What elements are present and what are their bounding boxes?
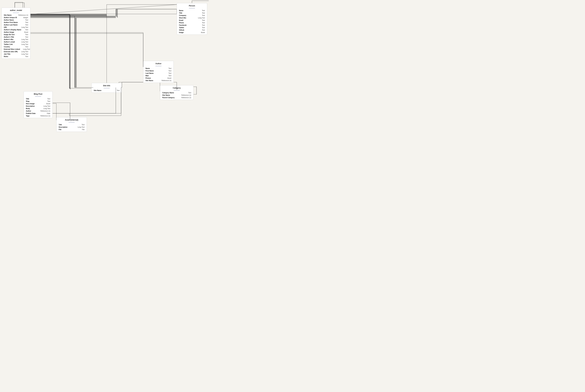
table-row: NameText (143, 67, 173, 70)
author-model-card: author_model Site NameReference (1) Auth… (2, 8, 31, 59)
category-divider (174, 90, 180, 90)
site-info-card: Site Info Site NameText (91, 83, 122, 93)
person-divider (189, 8, 195, 8)
table-row: Site NameReference (n) (143, 79, 173, 83)
author-card: Author NameText First NameText Last Name… (143, 61, 174, 83)
blog-post-divider (35, 96, 41, 97)
table-row: Twitter LinkLong Text (2, 43, 30, 46)
table-row: Author Last NameText (2, 24, 30, 26)
table-row: CompanyText (177, 14, 207, 16)
table-row: First NameText (143, 70, 173, 72)
table-row: Author First NameText (2, 21, 30, 24)
table-row: EmailText (177, 19, 207, 22)
table-row: Site NameReference (1) (2, 14, 30, 16)
author-model-divider (13, 13, 19, 13)
svg-line-0 (30, 4, 177, 14)
table-row: Author NameText (2, 19, 30, 21)
table-row: External Sites LinkedLong Text (2, 48, 30, 50)
table-row: Site NameReference (n) (160, 94, 193, 96)
table-row: Author ImageAsset (2, 31, 30, 33)
table-row: Author's Display NameText (2, 28, 30, 31)
table-row: Author's emailLong Text (2, 41, 30, 43)
author-model-title: author_model (2, 8, 30, 12)
blog-post-title: Blog Post (24, 92, 52, 96)
asset-internal-title: Asset (internal) (57, 117, 87, 122)
connections-overlay (0, 0, 585, 392)
table-row: AuthorReference (1) (24, 110, 52, 112)
table-row: DescriptionLong Text (24, 105, 52, 107)
table-row: Last NameText (143, 72, 173, 74)
table-row: NameText (177, 9, 207, 12)
table-row: GithubText (177, 29, 207, 31)
table-row: PictureAsset (143, 77, 173, 79)
table-row: TwitterText (177, 26, 207, 29)
table-row: TitleText (57, 124, 87, 126)
table-row: SlugText (24, 100, 52, 102)
person-card: Person NameText TitleText CompanyText Sh… (177, 3, 207, 35)
table-row: Short BioLong Text (177, 16, 207, 19)
asset-internal-divider (69, 122, 75, 122)
connectors-svg (0, 0, 585, 392)
table-row: ImageAsset (177, 31, 207, 34)
blog-post-card: Blog Post TitleText SlugText Hero ImageA… (24, 91, 53, 118)
table-row: Author Unique IDInteger (2, 16, 30, 19)
table-row: Author's TitleText (2, 36, 30, 38)
table-row: Hero ImageAsset (24, 102, 52, 105)
site-info-title: Site Info (92, 83, 122, 88)
table-row: Publish DateDate (24, 112, 52, 114)
table-row: CountryText (2, 46, 30, 48)
table-row: Author's BioLong Text (2, 38, 30, 41)
asset-internal-card: Asset (internal) TitleText DescriptionLo… (56, 117, 87, 132)
table-row: PhoneText (177, 22, 207, 24)
table-row: FileFile (57, 128, 87, 132)
table-row: TitleText (177, 12, 207, 14)
table-row: FacebookText (177, 24, 207, 26)
table-row: Site NameText (92, 89, 122, 92)
table-row: External sites URLLong Text (2, 50, 30, 53)
table-row: Parent CategoryReference (1) (160, 96, 193, 100)
table-row: MailText (143, 74, 173, 77)
table-row: BodyLong Text (24, 107, 52, 110)
table-row: RolesText (2, 55, 30, 58)
table-row: Category NameText (160, 92, 193, 94)
table-row: DescriptionLong Text (57, 126, 87, 128)
table-row: TitleText (24, 98, 52, 100)
table-row: Image Alt TextText (2, 33, 30, 36)
author-divider (155, 66, 161, 66)
table-row: Job TitleLong Text (2, 53, 30, 55)
table-row: URLLong Text (2, 26, 30, 28)
site-info-divider (104, 88, 110, 88)
table-row: TagsReference (n) (24, 114, 52, 118)
category-title: Category (160, 85, 193, 90)
category-card: Category Category NameText Site NameRefe… (160, 85, 193, 100)
person-title: Person (177, 3, 207, 8)
author-title: Author (143, 61, 173, 66)
